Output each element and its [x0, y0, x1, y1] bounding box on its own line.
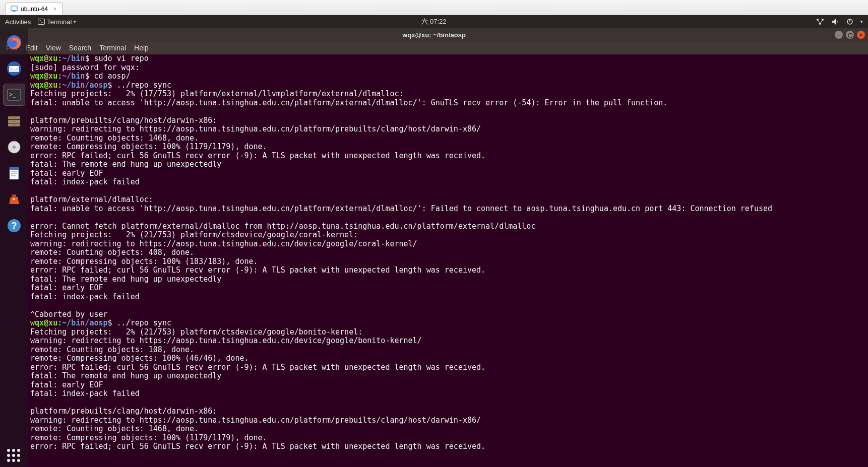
clock-label: 六 07:22 [421, 17, 446, 26]
dock-software[interactable] [3, 188, 25, 211]
dock-show-apps[interactable] [3, 445, 25, 467]
power-icon[interactable] [846, 18, 853, 25]
svg-rect-1 [13, 11, 15, 12]
terminal-app-icon [38, 19, 45, 25]
svg-point-16 [14, 124, 15, 125]
dock-help[interactable]: ? [3, 215, 25, 237]
apps-grid-icon [7, 449, 21, 463]
svg-text:>_: >_ [10, 92, 16, 98]
dock: >_ ? [0, 28, 28, 467]
clock[interactable]: 六 07:22 [421, 17, 446, 26]
window-minimize-button[interactable]: – [835, 31, 843, 39]
svg-rect-20 [10, 167, 19, 170]
window-titlebar: wqx@xu: ~/bin/aosp – ▢ × [0, 28, 868, 41]
svg-rect-24 [12, 194, 16, 197]
dock-thunderbird[interactable] [3, 57, 25, 80]
window-title: wqx@xu: ~/bin/aosp [402, 31, 466, 39]
system-menu-chevron-icon[interactable]: ▾ [860, 19, 863, 24]
menu-view[interactable]: View [46, 44, 61, 52]
menu-terminal[interactable]: Terminal [99, 44, 126, 52]
svg-point-18 [13, 146, 16, 149]
chevron-down-icon: ▾ [74, 19, 76, 24]
gnome-top-bar: Activities Terminal ▾ 六 07:22 ▾ [0, 15, 868, 28]
vm-tab-label: ubuntu-64 [21, 6, 48, 13]
dock-disks[interactable] [3, 136, 25, 158]
menu-search[interactable]: Search [69, 44, 91, 52]
terminal-viewport[interactable]: wqx@xu:~/bin$ sudo vi repo [sudo] passwo… [28, 54, 868, 467]
svg-rect-25 [13, 198, 15, 200]
activities-button[interactable]: Activities [5, 18, 31, 26]
close-icon[interactable]: × [53, 5, 57, 13]
window-maximize-button[interactable]: ▢ [846, 31, 854, 39]
svg-point-15 [14, 121, 15, 122]
network-icon[interactable] [816, 18, 824, 25]
svg-text:?: ? [12, 221, 17, 231]
dock-writer[interactable] [3, 162, 25, 184]
terminal-menubar: File Edit View Search Terminal Help [0, 41, 868, 54]
dock-firefox[interactable] [3, 31, 25, 53]
window-close-button[interactable]: × [857, 31, 865, 39]
volume-icon[interactable] [831, 18, 839, 25]
svg-point-14 [14, 117, 15, 118]
dock-files[interactable] [3, 110, 25, 132]
vm-monitor-icon [11, 6, 18, 13]
svg-rect-0 [11, 6, 17, 10]
app-menu[interactable]: Terminal ▾ [38, 18, 76, 26]
menu-help[interactable]: Help [134, 44, 149, 52]
vm-tab-bar: ubuntu-64 × [0, 0, 868, 15]
vm-tab[interactable]: ubuntu-64 × [5, 3, 63, 15]
dock-terminal[interactable]: >_ [3, 84, 25, 106]
terminal-output: wqx@xu:~/bin$ sudo vi repo [sudo] passwo… [28, 54, 868, 451]
app-menu-label: Terminal [47, 18, 72, 26]
